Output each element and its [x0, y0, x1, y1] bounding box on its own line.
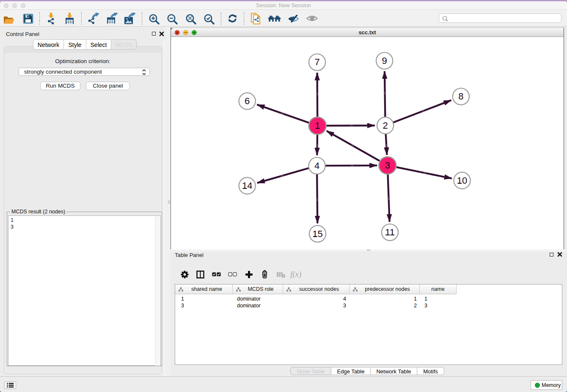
- svg-text:1: 1: [315, 120, 320, 131]
- svg-text:9: 9: [382, 55, 387, 66]
- svg-text:11: 11: [385, 227, 395, 237]
- svg-text:10: 10: [457, 175, 467, 186]
- svg-text:15: 15: [312, 229, 322, 239]
- svg-text:6: 6: [245, 96, 250, 106]
- svg-text:8: 8: [458, 91, 463, 102]
- svg-text:7: 7: [314, 57, 319, 67]
- svg-text:4: 4: [314, 160, 319, 171]
- svg-text:14: 14: [242, 180, 252, 191]
- svg-text:3: 3: [385, 160, 390, 171]
- svg-text:2: 2: [383, 120, 388, 131]
